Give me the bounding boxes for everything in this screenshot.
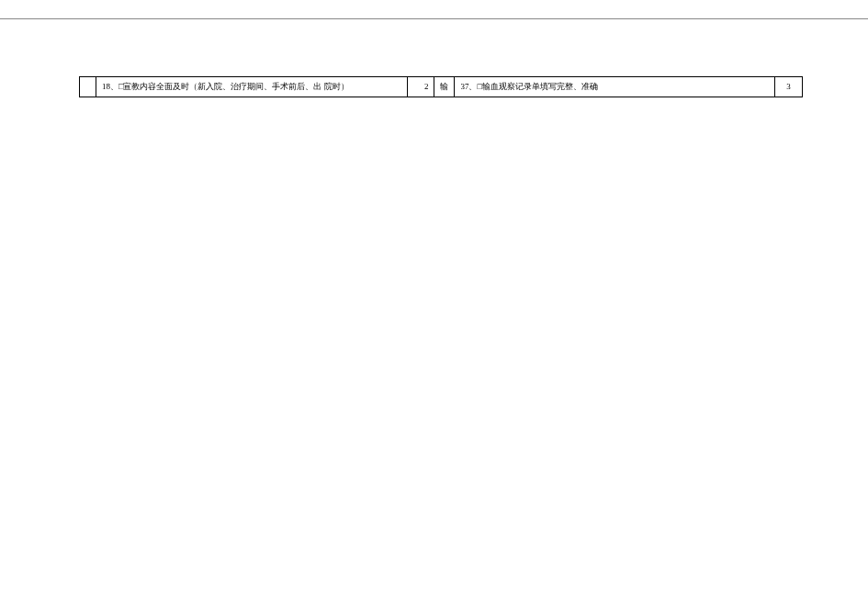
- category-cell-right: 输: [434, 77, 455, 97]
- item-cell-left: 18、□宣教内容全面及时（新入院、治疗期间、手术前后、出 院时）: [96, 77, 407, 97]
- item-cell-right: 37、□输血观察记录单填写完整、准确: [455, 77, 775, 97]
- page-divider: [0, 18, 868, 19]
- assessment-table: 18、□宣教内容全面及时（新入院、治疗期间、手术前后、出 院时） 2 输 37、…: [79, 76, 803, 97]
- table-row: 18、□宣教内容全面及时（新入院、治疗期间、手术前后、出 院时） 2 输 37、…: [80, 77, 803, 97]
- score-cell-left: 2: [407, 77, 434, 97]
- score-cell-right: 3: [775, 77, 803, 97]
- category-cell-left: [80, 77, 96, 97]
